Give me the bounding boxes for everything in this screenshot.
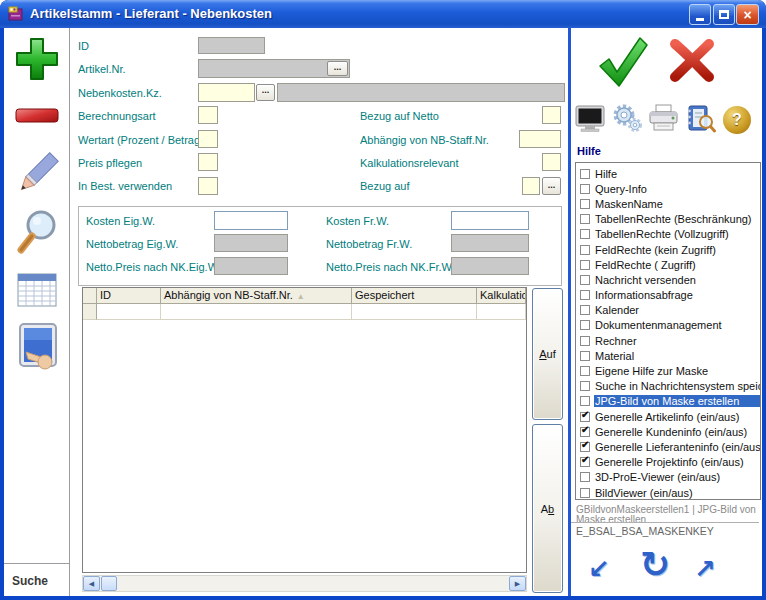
checkbox[interactable] (580, 169, 590, 179)
help-list-item[interactable]: Query-Info (576, 181, 760, 196)
table-row[interactable] (83, 304, 526, 320)
checkbox[interactable]: ✔ (580, 457, 590, 467)
print-button[interactable] (648, 104, 679, 136)
help-list-item[interactable]: TabellenRechte (Vollzugriff) (576, 227, 760, 242)
checkbox[interactable] (580, 229, 590, 239)
up-button[interactable]: Auf (532, 288, 563, 420)
table-column-header[interactable]: Kalkulation (477, 288, 526, 303)
search-button[interactable] (13, 208, 61, 260)
help-list-item[interactable]: FeldRechte ( Zugriff) (576, 257, 760, 272)
help-item-label: Query-Info (594, 183, 760, 195)
close-button[interactable]: × (736, 4, 759, 25)
nebenkostenkz-input[interactable] (198, 83, 255, 102)
help-button[interactable]: ? (723, 106, 751, 134)
scroll-right-button[interactable]: ▶ (509, 576, 526, 591)
checkbox[interactable] (580, 214, 590, 224)
checkbox[interactable] (580, 396, 590, 406)
navigate-forward-button[interactable]: ↗ (694, 554, 716, 584)
checkbox[interactable]: ✔ (580, 412, 590, 422)
refresh-button[interactable]: ↻ (640, 544, 670, 585)
checkbox[interactable] (580, 245, 590, 255)
bezug-auf-input[interactable] (522, 177, 540, 195)
table-header-row: IDAbhängig von NB-Staff.Nr.▲GespeichertK… (83, 288, 526, 304)
checkbox[interactable] (580, 351, 590, 361)
in-best-verwenden-input[interactable] (198, 177, 218, 195)
help-list-item[interactable]: FeldRechte (kein Zugriff) (576, 242, 760, 257)
checkbox[interactable]: ✔ (580, 442, 590, 452)
maximize-icon (719, 10, 729, 19)
artikelnr-lookup-button[interactable]: ... (327, 61, 348, 76)
preis-pflegen-input[interactable] (198, 153, 218, 171)
checkbox[interactable] (580, 381, 590, 391)
select-exit-button[interactable] (14, 322, 60, 378)
edit-record-button[interactable] (14, 150, 60, 202)
bezug-auf-netto-input[interactable] (542, 106, 561, 124)
checkbox[interactable] (580, 290, 590, 300)
scroll-left-button[interactable]: ◀ (83, 576, 100, 591)
wertart-input[interactable] (198, 130, 218, 148)
help-list-item[interactable]: Rechner (576, 333, 760, 348)
checkbox[interactable] (580, 184, 590, 194)
help-list-item[interactable]: Material (576, 348, 760, 363)
help-list-item[interactable]: 3D-ProE-Viewer (ein/aus) (576, 470, 760, 485)
help-list-item[interactable]: Kalender (576, 303, 760, 318)
checkbox[interactable] (580, 305, 590, 315)
checkbox[interactable] (580, 260, 590, 270)
help-list-item[interactable]: JPG-Bild von Maske erstellen (576, 394, 760, 409)
help-list-item[interactable]: Hilfe (576, 166, 760, 181)
checkbox[interactable] (580, 472, 590, 482)
plus-icon (15, 33, 59, 85)
help-list-item[interactable]: Dokumentenmanagement (576, 318, 760, 333)
checkbox[interactable] (580, 199, 590, 209)
help-footer-maskenkey: E_BSAL_BSA_MASKENKEY (576, 525, 714, 537)
maximize-button[interactable] (713, 4, 735, 25)
help-list-item[interactable]: ✔Generelle Artikelinfo (ein/aus) (576, 409, 760, 424)
checkbox[interactable] (580, 336, 590, 346)
table-column-header[interactable]: ID (97, 288, 161, 303)
checkbox[interactable]: ✔ (580, 427, 590, 437)
kalkulationsrelevant-input[interactable] (542, 153, 561, 171)
checkbox[interactable] (580, 320, 590, 330)
table-view-button[interactable] (17, 273, 57, 313)
kosten-frw-input[interactable] (451, 211, 529, 230)
abhaengig-nb-input[interactable] (519, 130, 561, 148)
kosten-eigw-input[interactable] (214, 211, 288, 230)
table-row-selector[interactable] (83, 304, 97, 320)
table-column-header[interactable]: Gespeichert (352, 288, 477, 303)
help-list-item[interactable]: Informationsabfrage (576, 288, 760, 303)
kosten-groupbox: Kosten Eig.W. Nettobetrag Eig.W. Netto.P… (78, 206, 562, 286)
checkbox[interactable] (580, 275, 590, 285)
field-label-artikelnr: Artikel.Nr. (78, 63, 126, 75)
minimize-button[interactable] (689, 4, 711, 25)
screen-button[interactable] (575, 105, 605, 137)
navigate-back-button[interactable]: ↙ (588, 554, 610, 584)
table-hscrollbar[interactable]: ◀ ▶ (82, 575, 527, 592)
cancel-button[interactable] (668, 36, 718, 88)
help-list-item[interactable]: ✔Generelle Projektinfo (ein/aus) (576, 455, 760, 470)
checkmark-icon (596, 32, 650, 90)
help-list-item[interactable]: Suche in Nachrichtensystem speich (576, 379, 760, 394)
titlebar[interactable]: Artikelstamm - Lieferant - Nebenkosten × (0, 0, 766, 28)
help-list-item[interactable]: Nachricht versenden (576, 272, 760, 287)
help-list-item[interactable]: MaskenName (576, 196, 760, 211)
help-list-item[interactable]: TabellenRechte (Beschränkung) (576, 212, 760, 227)
checkbox[interactable] (580, 366, 590, 376)
help-list-item[interactable]: Eigene Hilfe zur Maske (576, 363, 760, 378)
settings-button[interactable] (612, 104, 642, 137)
group-label-kosten-frw: Kosten Fr.W. (326, 215, 389, 227)
nebenkostenkz-lookup-button[interactable]: ... (256, 84, 275, 101)
document-search-button[interactable] (685, 104, 716, 137)
checkbox[interactable] (580, 488, 590, 498)
table-column-header[interactable]: Abhängig von NB-Staff.Nr.▲ (161, 288, 352, 303)
scrollbar-thumb[interactable] (101, 576, 117, 591)
add-record-button[interactable] (15, 33, 59, 89)
ok-button[interactable] (596, 32, 650, 94)
help-list-item[interactable]: ✔Generelle Lieferanteninfo (ein/aus) (576, 439, 760, 454)
delete-record-button[interactable] (14, 104, 60, 132)
bezug-auf-lookup-button[interactable]: ... (542, 177, 561, 195)
berechnungsart-input[interactable] (198, 106, 218, 124)
group-label-nettopreis-eigw: Netto.Preis nach NK.Eig.W. (86, 261, 221, 273)
down-button[interactable]: Ab (532, 424, 563, 593)
help-list-item[interactable]: ✔Generelle Kundeninfo (ein/aus) (576, 424, 760, 439)
help-list-item[interactable]: BildViewer (ein/aus) (576, 485, 760, 500)
